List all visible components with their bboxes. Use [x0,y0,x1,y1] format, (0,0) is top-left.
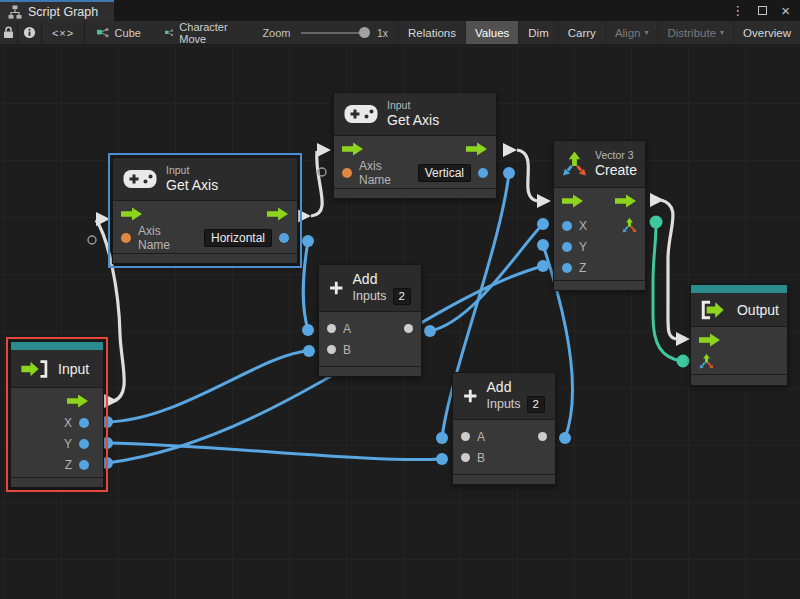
flow-in-port[interactable] [342,142,364,156]
node-footer [691,374,787,385]
node-get-axis-horizontal[interactable]: Input Get Axis Axis Name [112,157,298,264]
flow-out-port[interactable] [615,194,637,208]
flow-in-port[interactable] [562,194,584,208]
sum-out-port[interactable] [404,324,413,333]
port-a[interactable] [327,324,336,333]
tab-strip: Script Graph ⋮ × [0,0,800,21]
axis-name-field[interactable]: Vertical [418,164,471,182]
flow-arrowhead [297,209,311,223]
wire-getaxis-h-to-add1-a[interactable] [303,241,308,330]
maximize-icon[interactable] [758,6,767,15]
code-view-glyph: <×> [52,27,74,39]
wire-input-x-to-add1-b[interactable] [107,351,309,422]
inputs-label: Inputs [353,289,387,305]
zoom-slider-handle[interactable] [359,27,370,38]
output-unit-icon [699,299,728,321]
sum-out-port[interactable] [538,432,547,441]
node-footer [453,474,555,484]
breadcrumb-label: Cube [115,27,141,39]
event-color-bar [691,285,787,293]
inputs-count-field[interactable]: 2 [393,288,411,305]
port-a[interactable] [461,432,470,441]
port-b[interactable] [327,345,336,354]
flow-arrowhead [537,194,551,208]
distribute-dropdown[interactable]: Distribute ▾ [657,21,733,44]
param-label: Axis Name [138,224,190,252]
zoom-label: Zoom [262,21,290,44]
node-footer [11,477,103,487]
node-add-1[interactable]: Add Inputs 2 A B [318,264,422,377]
graph-canvas[interactable]: Input X Y Z [0,44,800,599]
port-label: A [477,430,485,444]
breadcrumb-cube[interactable]: Cube [85,21,153,44]
align-dropdown[interactable]: Align ▾ [605,21,658,44]
inputs-count-field[interactable]: 2 [527,396,545,413]
node-footer [554,280,645,290]
event-color-bar [11,342,103,350]
port-y[interactable] [562,242,572,252]
node-add-2[interactable]: Add Inputs 2 A B [452,372,556,485]
flow-in-port[interactable] [699,333,721,347]
unconnected-port-ring[interactable] [88,236,96,244]
info-button[interactable] [18,21,42,44]
port-z[interactable] [562,263,572,273]
wire-vector3-to-output[interactable] [661,200,676,339]
close-icon[interactable]: × [781,3,790,18]
wire-input-y-to-add2-b[interactable] [107,443,442,460]
zoom-value: 1x [377,21,388,44]
menu-kebab-icon[interactable]: ⋮ [731,4,744,17]
port-y[interactable] [79,439,89,449]
input-unit-icon [21,359,49,379]
overview-button[interactable]: Overview [733,21,800,44]
vector3-in-port[interactable] [699,354,714,369]
carry-button[interactable]: Carry [558,21,605,44]
node-title: Add [353,271,411,289]
node-input-unit[interactable]: Input X Y Z [10,341,104,488]
port-z[interactable] [79,460,89,470]
code-view-button[interactable]: <×> [42,21,84,44]
node-subtitle: Input [387,99,439,112]
values-button[interactable]: Values [465,21,518,44]
value-out-port[interactable] [478,168,488,178]
port-label: Z [579,261,586,275]
wire-getaxis-h-to-getaxis-v[interactable] [311,151,322,216]
relations-button[interactable]: Relations [398,21,465,44]
flow-arrowhead [650,193,664,207]
window-controls: ⋮ × [731,0,800,21]
node-title: Add [487,379,545,397]
node-output-unit[interactable]: Output [690,284,788,386]
node-title: Get Axis [166,177,218,195]
port-x[interactable] [79,418,89,428]
wire-endpoint[interactable] [677,355,690,368]
port-b[interactable] [461,453,470,462]
flow-out-port[interactable] [267,207,289,221]
script-graph-window: Script Graph ⋮ × <×> [0,0,800,599]
axis-name-field[interactable]: Horizontal [204,229,272,247]
lock-button[interactable] [0,21,18,44]
gamepad-icon [344,104,378,124]
graph-node-icon [97,27,109,39]
wire-endpoint[interactable] [650,216,663,229]
port-label: B [477,451,485,465]
port-label: Y [579,240,587,254]
flow-out-port[interactable] [466,142,488,156]
graph-node-icon [165,27,173,39]
axis-name-port[interactable] [342,168,352,178]
vector3-out-port[interactable] [622,218,637,233]
port-x[interactable] [562,221,572,231]
add-icon [329,275,344,301]
flow-out-port[interactable] [67,394,89,408]
wire-getaxis-v-to-vector3[interactable] [517,150,537,201]
lock-icon [3,26,14,39]
tab-script-graph[interactable]: Script Graph [0,0,114,21]
zoom-slider[interactable] [301,32,367,34]
node-title: Input [58,361,89,377]
value-out-port[interactable] [279,233,289,243]
dim-button[interactable]: Dim [518,21,557,44]
node-vector3-create[interactable]: Vector 3 Create X [553,140,646,291]
flow-in-port[interactable] [121,207,143,221]
breadcrumb-character-move[interactable]: Character Move [153,21,247,44]
wire-add1-to-vector3-x[interactable] [430,224,543,331]
axis-name-port[interactable] [121,233,131,243]
node-get-axis-vertical[interactable]: Input Get Axis Axis Name [333,92,497,199]
